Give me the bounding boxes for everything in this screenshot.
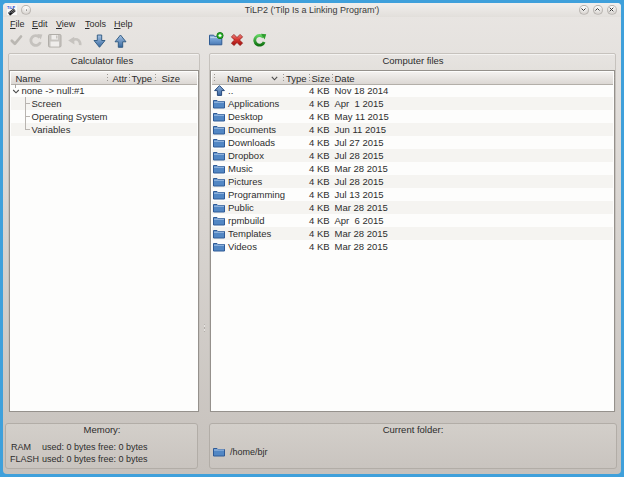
svg-text:TiLP: TiLP (7, 6, 16, 10)
